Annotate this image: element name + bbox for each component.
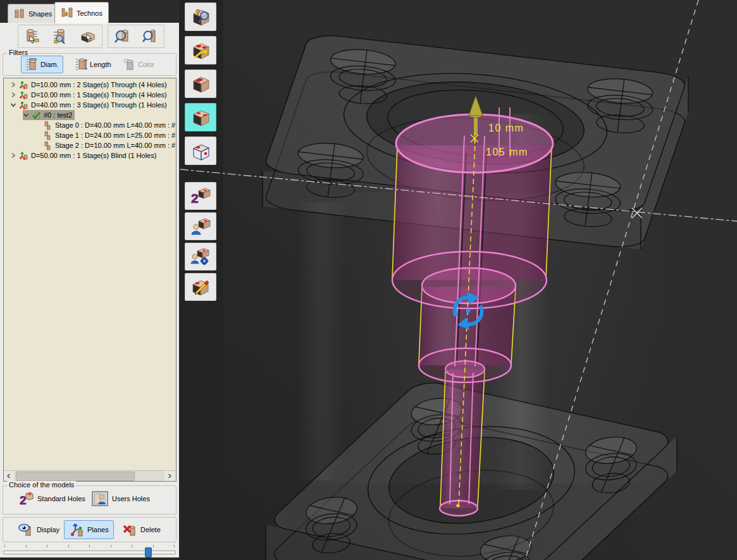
tab-shapes-label: Shapes [28,10,52,18]
tree-item-stage2[interactable]: Stage 2 : D=10.00 mm L=40.00 mm : # [43,140,177,150]
tree-item-test2[interactable]: #0 : test2 [23,110,75,120]
magnifier-cylinder-icon [113,28,131,46]
wireframe-box-button[interactable] [185,137,216,165]
tree-item-d40-3stage[interactable]: D=40.00 mm : 3 Stage(s) Through (1 Holes… [10,100,170,110]
hole-wizard-icon [190,40,211,61]
technos-cylinders-icon [61,8,73,18]
3d-viewport[interactable]: 10 mm 105 mm [179,0,737,560]
edit-hole-icon [190,277,211,297]
select-shape-button[interactable] [77,27,99,46]
tree-item-label: Stage 2 : D=10.00 mm L=40.00 mm : # [55,142,175,149]
filter-length-button[interactable]: Length [70,56,116,73]
chevron-down-icon[interactable] [10,102,16,108]
filter-length-label: Length [90,61,111,68]
tree-item-d10-1stage[interactable]: D=10.00 mm : 1 Stage(s) Through (4 Holes… [10,90,170,100]
cylinder-pick-icon [23,28,41,46]
tab-shapes[interactable]: Shapes [8,4,58,23]
users-holes-button[interactable]: Users Holes [92,491,150,506]
planes-axes-icon [69,522,84,537]
slider-thumb[interactable] [145,547,152,557]
tree-item-stage1[interactable]: Stage 1 : D=24.00 mm L=25.00 mm : # [43,130,177,140]
user-holes-tool-button[interactable] [185,212,216,240]
select-hole-by-pick-button[interactable] [21,27,44,46]
planes-button[interactable]: Planes [64,520,114,539]
stage-cylinder-icon [43,131,53,140]
filter-diameter-label: Diam. [40,61,59,68]
standard-holes-button[interactable]: 2 Standard Holes [18,491,85,506]
filter-color-button[interactable]: Color [118,56,159,73]
hole-group-icon [19,100,28,110]
analyze-hole-button[interactable]: ? [185,3,216,31]
pocket-box-button[interactable] [185,70,216,98]
stage-cylinder-icon [43,121,53,130]
inspect-hole-list-button[interactable] [49,27,71,46]
panel-toolbar [0,23,179,49]
chevron-right-icon[interactable] [10,152,16,159]
tree-item-label: D=10.00 mm : 2 Stage(s) Through (4 Holes… [31,81,167,88]
svg-text:?: ? [195,8,201,17]
scroll-right-arrow-icon [167,473,172,478]
standard-holes-label: Standard Holes [37,495,85,502]
hole-group-icon [19,90,28,100]
users-holes-label: Users Holes [112,495,150,502]
stage-cylinder-icon [43,141,53,150]
actions-group: Display Planes Delete [3,517,177,542]
tree-item-label: D=50.00 mm : 1 Stage(s) Blind (1 Holes) [31,152,156,159]
scrollbar-track[interactable] [14,471,164,481]
dimension-label-10mm[interactable]: 10 mm [488,123,524,133]
user-settings-tool-button[interactable] [185,243,216,271]
display-button[interactable]: Display [13,520,65,539]
tree-item-label: Stage 0 : D=40.00 mm L=40.00 mm : # [55,121,175,129]
scrollbar-thumb[interactable] [16,472,135,481]
holes-recognition-button[interactable] [185,103,216,131]
holes-recognition-icon [190,107,211,128]
hole-group-icon [19,151,28,161]
wireframe-box-icon [190,141,211,161]
panel-tab-bar: Shapes Technos [0,0,179,23]
length-filter-icon [75,58,87,71]
holes-tree[interactable]: D=10.00 mm : 2 Stage(s) Through (4 Holes… [3,78,177,482]
users-holes-icon [92,491,108,506]
delete-button[interactable]: Delete [117,520,166,539]
hole-instance-check-icon [32,111,41,120]
standard-holes-icon: 2 [190,186,211,206]
delete-label: Delete [140,526,161,533]
tree-item-label: #0 : test2 [44,111,72,119]
pocket-box-icon [190,74,211,94]
cylinder-search-icon [51,28,69,46]
zoom-on-hole-button[interactable] [111,27,133,46]
zoom-tool-group [108,25,164,48]
models-group: Choice of the models 2 Standard Holes Us [3,485,177,514]
tree-zoom-slider[interactable] [3,544,176,557]
tree-item-d50-blind[interactable]: D=50.00 mm : 1 Stage(s) Blind (1 Holes) [10,150,159,161]
tree-item-stage0[interactable]: Stage 0 : D=40.00 mm L=40.00 mm : # [43,120,177,130]
3d-scene: 10 mm 105 mm [179,0,737,560]
edit-hole-tool-button[interactable] [185,273,216,301]
tab-technos[interactable]: Technos [54,2,109,23]
tree-item-d10-2stage[interactable]: D=10.00 mm : 2 Stage(s) Through (4 Holes… [10,80,170,90]
user-holes-icon [190,216,211,236]
filter-diameter-button[interactable]: Diam. [21,56,63,73]
shapes-cylinders-icon [14,9,25,19]
dimension-label-105mm[interactable]: 105 mm [486,147,528,157]
delete-icon [122,522,137,537]
tree-item-label: D=10.00 mm : 1 Stage(s) Through (4 Holes… [31,91,167,99]
scroll-left-arrow-icon [6,473,11,478]
chevron-down-icon[interactable] [23,112,29,118]
tab-technos-label: Technos [77,9,102,17]
color-filter-icon [123,58,135,71]
magnifier-icon [141,28,159,46]
chevron-right-icon[interactable] [10,92,16,98]
svg-text:2: 2 [191,191,199,205]
zoom-button[interactable] [139,27,161,46]
standard-holes-tool-button[interactable]: 2 [185,182,216,210]
panel-bottom-strip [0,557,179,560]
hole-wizard-button[interactable] [185,36,216,64]
svg-text:2: 2 [20,494,27,506]
scroll-right-button[interactable] [164,471,175,481]
user-settings-icon [190,247,211,267]
scroll-left-button[interactable] [4,471,14,481]
tree-horizontal-scrollbar[interactable] [4,470,175,481]
chevron-right-icon[interactable] [10,82,16,88]
filter-color-label: Color [138,61,154,68]
